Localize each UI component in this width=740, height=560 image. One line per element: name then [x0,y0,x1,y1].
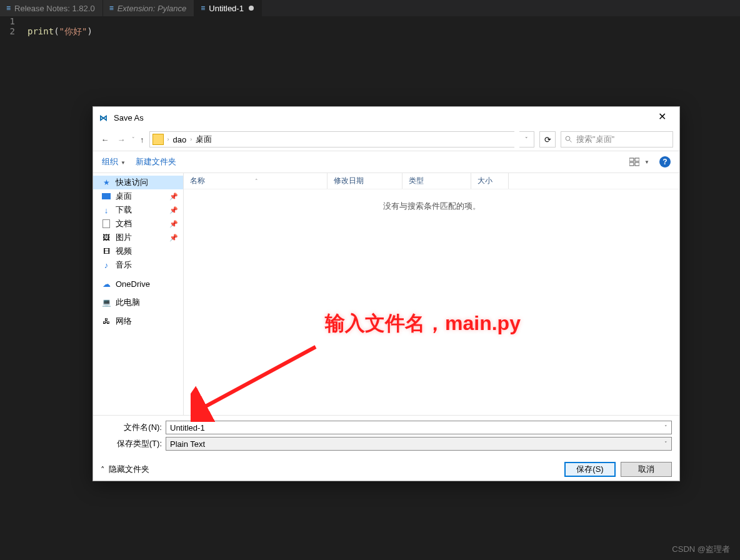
column-size[interactable]: 大小 [471,173,509,189]
document-icon [101,219,112,229]
view-icon [629,158,639,166]
sidebar-item-onedrive[interactable]: OneDrive [93,277,183,291]
tab-label: Extension: Pylance [118,4,187,13]
type-value: Plain Text [170,439,205,449]
sidebar-item-quick-access[interactable]: 快速访问 [93,176,183,189]
sidebar-item-documents[interactable]: 文档 📌 [93,217,183,231]
annotation-arrow [191,341,322,422]
videos-icon [101,246,112,256]
download-icon [101,205,112,215]
tab-untitled[interactable]: ≡ Untitled-1 [194,0,262,16]
empty-state: 没有与搜索条件匹配的项。 [184,201,679,212]
file-icon: ≡ [201,4,205,12]
tab-label: Untitled-1 [209,4,244,13]
help-button[interactable]: ? [659,156,671,168]
dialog-titlebar[interactable]: ⋈ Save As ✕ [93,107,679,128]
view-menu[interactable]: ▼ [629,158,649,166]
pc-icon [101,298,112,308]
pictures-icon [101,232,112,242]
svg-point-0 [566,136,570,141]
music-icon [101,260,112,270]
chevron-down-icon[interactable]: ˅ [664,441,668,447]
pin-icon: 📌 [169,220,178,228]
line-gutter: 1 2 [0,16,22,38]
svg-line-6 [200,347,316,409]
pin-icon: 📌 [169,192,178,201]
sidebar-item-this-pc[interactable]: 此电脑 [93,296,183,309]
filename-field[interactable]: Untitled-1 ˅ [166,421,672,434]
cancel-button[interactable]: 取消 [621,462,672,477]
type-label: 保存类型(T): [101,438,162,449]
column-type[interactable]: 类型 [402,173,471,189]
breadcrumb-dropdown[interactable]: ˅ [519,131,534,148]
editor[interactable]: 1 2 print("你好") [0,16,740,38]
sidebar-item-desktop[interactable]: 桌面 📌 [93,189,183,203]
file-icon: ≡ [6,4,11,12]
chevron-down-icon[interactable]: ˅ [664,424,668,431]
code-fn: print [28,26,54,36]
pin-icon: 📌 [169,206,178,214]
sidebar-item-videos[interactable]: 视频 [93,244,183,258]
breadcrumb-segment[interactable]: dao [173,135,187,144]
svg-line-1 [570,141,572,142]
network-icon [101,316,112,326]
dialog-title: Save As [114,113,144,122]
svg-rect-2 [629,158,634,161]
cloud-icon [101,279,112,289]
organize-menu[interactable]: 组织▼ [102,156,126,168]
sidebar: 快速访问 桌面 📌 下载 📌 文档 📌 图片 📌 [93,173,184,415]
save-button[interactable]: 保存(S) [564,462,616,477]
column-headers: 名称 ˄ 修改日期 类型 大小 [184,173,679,189]
tab-extension-pylance[interactable]: ≡ Extension: Pylance [103,0,195,16]
sort-asc-icon: ˄ [255,178,258,184]
folder-icon [152,134,164,145]
pin-icon: 📌 [169,234,178,242]
column-name[interactable]: 名称 ˄ [184,173,328,189]
tab-label: Release Notes: 1.82.0 [14,4,95,13]
annotation-text: 输入文件名，main.py [325,310,521,338]
breadcrumb-segment[interactable]: 桌面 [196,134,212,145]
svg-rect-5 [635,162,639,166]
search-placeholder: 搜索"桌面" [576,134,614,145]
save-type-select[interactable]: Plain Text ˅ [166,437,672,451]
chevron-right-icon: › [168,136,169,142]
code-string: "你好" [59,26,88,36]
close-button[interactable]: ✕ [651,109,673,126]
new-folder-button[interactable]: 新建文件夹 [136,156,176,168]
svg-rect-4 [629,162,634,166]
star-icon [101,178,112,188]
breadcrumb[interactable]: › dao › 桌面 [149,131,515,148]
save-as-dialog: ⋈ Save As ✕ ← → ˅ ↑ › dao › 桌面 ˅ ⟳ 搜索"桌面… [92,106,680,481]
filename-value: Untitled-1 [170,423,205,432]
sidebar-item-pictures[interactable]: 图片 📌 [93,231,183,244]
code-area[interactable]: print("你好") [22,16,92,38]
hide-folders-link[interactable]: ˄ 隐藏文件夹 [101,464,149,475]
sidebar-item-music[interactable]: 音乐 [93,258,183,272]
nav-forward-button[interactable]: → [116,135,127,144]
tab-release-notes[interactable]: ≡ Release Notes: 1.82.0 [0,0,103,16]
search-icon [565,136,572,143]
editor-tab-bar: ≡ Release Notes: 1.82.0 ≡ Extension: Pyl… [0,0,740,16]
nav-up-button[interactable]: ↑ [140,135,144,144]
dirty-indicator-icon [249,6,254,11]
watermark: CSDN @盗理者 [672,544,730,555]
desktop-icon [101,191,112,201]
chevron-right-icon: › [190,136,192,142]
file-icon: ≡ [109,4,114,12]
svg-rect-3 [635,158,639,161]
refresh-button[interactable]: ⟳ [539,131,556,148]
nav-back-button[interactable]: ← [99,135,111,144]
search-input[interactable]: 搜索"桌面" [561,131,673,148]
column-date[interactable]: 修改日期 [328,173,402,189]
nav-history-dropdown[interactable]: ˅ [132,136,135,142]
chevron-up-icon: ˄ [101,465,105,474]
vscode-icon: ⋈ [99,113,108,122]
sidebar-item-network[interactable]: 网络 [93,314,183,328]
filename-label: 文件名(N): [101,422,162,433]
sidebar-item-downloads[interactable]: 下载 📌 [93,203,183,217]
